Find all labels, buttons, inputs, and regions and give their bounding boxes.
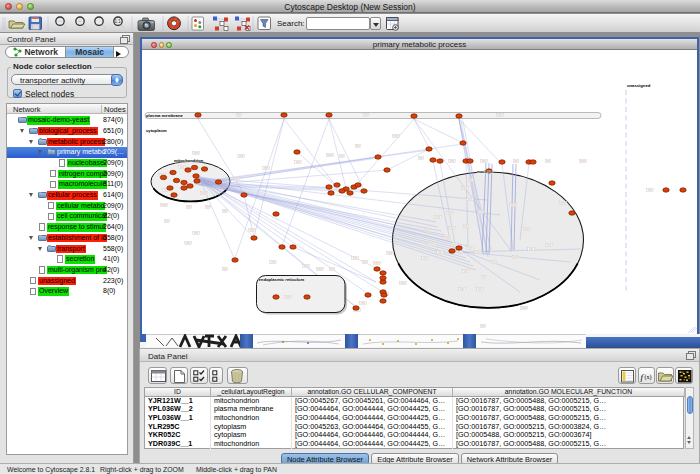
svg-text:1:1: 1:1 (115, 19, 122, 24)
svg-text:nucleus: nucleus (477, 169, 493, 174)
svg-text:endoplasmic reticulum: endoplasmic reticulum (259, 277, 305, 282)
svg-text:cytoplasm: cytoplasm (146, 128, 167, 133)
svg-text:mitochondrion: mitochondrion (174, 158, 204, 163)
svg-text:unassigned: unassigned (627, 83, 651, 88)
svg-text:plasma membrane: plasma membrane (146, 113, 183, 118)
svg-text:(x): (x) (645, 374, 652, 381)
